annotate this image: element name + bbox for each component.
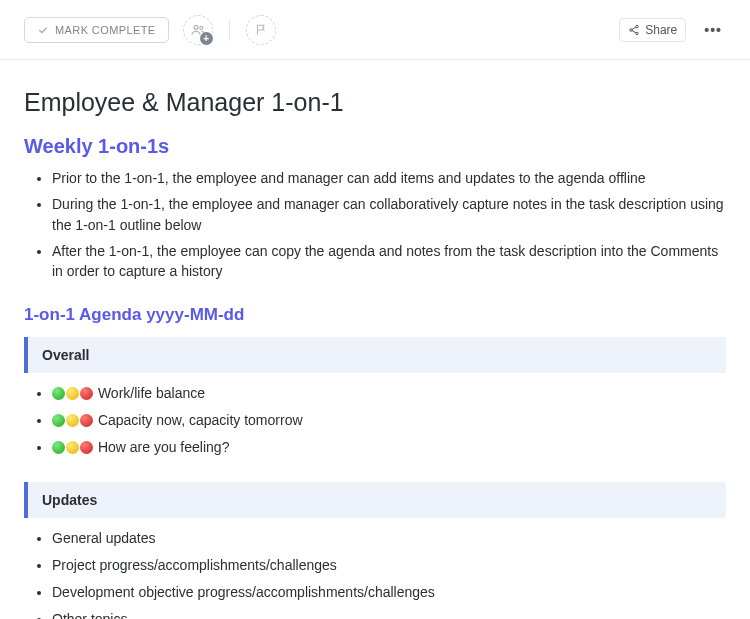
svg-point-1: [199, 26, 202, 29]
list-item: Capacity now, capacity tomorrow: [52, 410, 726, 431]
yellow-dot-icon: [66, 414, 79, 427]
page-title: Employee & Manager 1-on-1: [24, 88, 726, 117]
top-toolbar: MARK COMPLETE + Share •••: [0, 0, 750, 60]
item-text: Work/life balance: [98, 385, 205, 401]
item-text: Capacity now, capacity tomorrow: [98, 412, 303, 428]
updates-box: Updates: [24, 482, 726, 518]
mark-complete-button[interactable]: MARK COMPLETE: [24, 17, 169, 43]
assignee-icon[interactable]: +: [183, 15, 213, 45]
share-button[interactable]: Share: [619, 18, 686, 42]
flag-icon: [254, 23, 268, 37]
overall-box: Overall: [24, 337, 726, 373]
toolbar-divider: [229, 19, 230, 41]
red-dot-icon: [80, 414, 93, 427]
more-menu-icon[interactable]: •••: [700, 22, 726, 38]
updates-list: General updates Project progress/accompl…: [24, 528, 726, 619]
green-dot-icon: [52, 441, 65, 454]
agenda-heading: 1-on-1 Agenda yyyy-MM-dd: [24, 305, 726, 325]
list-item: Other topics: [52, 609, 726, 619]
red-dot-icon: [80, 387, 93, 400]
yellow-dot-icon: [66, 441, 79, 454]
list-item: General updates: [52, 528, 726, 549]
list-item: After the 1-on-1, the employee can copy …: [52, 241, 726, 282]
add-assignee-badge: +: [200, 32, 213, 45]
list-item: Project progress/accomplishments/challen…: [52, 555, 726, 576]
list-item: Development objective progress/accomplis…: [52, 582, 726, 603]
overall-list: Work/life balance Capacity now, capacity…: [24, 383, 726, 458]
share-icon: [628, 24, 640, 36]
overall-label: Overall: [42, 347, 89, 363]
list-item: Work/life balance: [52, 383, 726, 404]
weekly-list: Prior to the 1-on-1, the employee and ma…: [24, 168, 726, 281]
list-item: Prior to the 1-on-1, the employee and ma…: [52, 168, 726, 188]
document-body: Employee & Manager 1-on-1 Weekly 1-on-1s…: [0, 60, 750, 619]
list-item: During the 1-on-1, the employee and mana…: [52, 194, 726, 235]
mark-complete-label: MARK COMPLETE: [55, 24, 156, 36]
updates-label: Updates: [42, 492, 97, 508]
green-dot-icon: [52, 387, 65, 400]
check-icon: [37, 24, 49, 36]
yellow-dot-icon: [66, 387, 79, 400]
list-item: How are you feeling?: [52, 437, 726, 458]
priority-flag-icon[interactable]: [246, 15, 276, 45]
red-dot-icon: [80, 441, 93, 454]
weekly-heading: Weekly 1-on-1s: [24, 135, 726, 158]
share-label: Share: [645, 23, 677, 37]
svg-point-0: [194, 25, 198, 29]
green-dot-icon: [52, 414, 65, 427]
item-text: How are you feeling?: [98, 439, 230, 455]
